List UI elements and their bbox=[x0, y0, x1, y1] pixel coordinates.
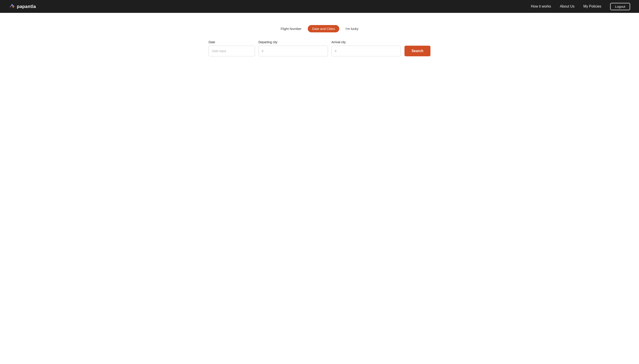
departing-city-input-wrapper: ✈ bbox=[258, 46, 328, 56]
logout-button[interactable]: Logout bbox=[610, 3, 630, 10]
date-group: Date bbox=[209, 40, 255, 56]
tab-flight-number[interactable]: Flight Number bbox=[276, 25, 306, 32]
date-input[interactable] bbox=[209, 46, 255, 56]
tab-im-lucky[interactable]: I'm lucky bbox=[341, 25, 363, 32]
nav-how-it-works[interactable]: How it works bbox=[531, 4, 551, 8]
nav-my-policies[interactable]: My Policies bbox=[583, 4, 601, 8]
nav-about-us[interactable]: About Us bbox=[560, 4, 574, 8]
tab-switcher: Flight Number Date and Cities I'm lucky bbox=[276, 25, 363, 32]
brand-logo-icon bbox=[9, 3, 15, 10]
arrival-city-label: Arrival city bbox=[332, 40, 401, 44]
departing-city-group: Departing city ✈ bbox=[258, 40, 328, 56]
date-label: Date bbox=[209, 40, 255, 44]
departing-city-input[interactable] bbox=[258, 46, 328, 56]
arrival-city-input-wrapper: ✈ bbox=[332, 46, 401, 56]
brand: papantla bbox=[9, 3, 36, 10]
main-content: Flight Number Date and Cities I'm lucky … bbox=[0, 13, 639, 56]
arrival-city-group: Arrival city ✈ bbox=[332, 40, 401, 56]
search-button[interactable]: Search bbox=[405, 46, 430, 56]
arrival-city-input[interactable] bbox=[332, 46, 401, 56]
tab-date-and-cities[interactable]: Date and Cities bbox=[308, 25, 340, 32]
search-form: Date Departing city ✈ Arrival city ✈ Sea… bbox=[204, 40, 435, 56]
brand-text: papantla bbox=[17, 4, 36, 9]
navbar: papantla How it works About Us My Polici… bbox=[0, 0, 639, 13]
nav-links: How it works About Us My Policies Logout bbox=[531, 3, 630, 10]
departing-city-label: Departing city bbox=[258, 40, 328, 44]
